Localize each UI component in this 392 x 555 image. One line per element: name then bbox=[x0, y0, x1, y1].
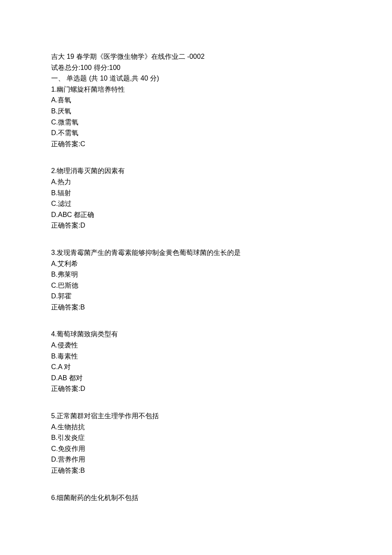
question-option: B.辐射 bbox=[51, 188, 341, 199]
score-line: 试卷总分:100 得分:100 bbox=[51, 62, 341, 73]
question-block: 4.葡萄球菌致病类型有 A.侵袭性 B.毒素性 C.A 对 D.AB 都对 正确… bbox=[51, 329, 341, 394]
question-stem: 1.幽门螺旋杆菌培养特性 bbox=[51, 84, 341, 95]
question-block: 6.细菌耐药的生化机制不包括 bbox=[51, 492, 341, 503]
question-option: D.ABC 都正确 bbox=[51, 209, 341, 220]
question-stem: 2.物理消毒灭菌的因素有 bbox=[51, 165, 341, 176]
question-answer: 正确答案:C bbox=[51, 139, 341, 150]
question-answer: 正确答案:B bbox=[51, 302, 341, 313]
question-block: 3.发现青霉菌产生的青霉素能够抑制金黄色葡萄球菌的生长的是 A.艾利希 B.弗莱… bbox=[51, 247, 341, 313]
question-answer: 正确答案:B bbox=[51, 465, 341, 476]
question-option: A.生物拮抗 bbox=[51, 422, 341, 433]
question-option: C.免疫作用 bbox=[51, 443, 341, 454]
question-option: A.喜氧 bbox=[51, 95, 341, 106]
question-option: B.厌氧 bbox=[51, 106, 341, 117]
question-stem: 5.正常菌群对宿主生理学作用不包括 bbox=[51, 410, 341, 422]
question-option: A.侵袭性 bbox=[51, 340, 341, 351]
question-stem: 6.细菌耐药的生化机制不包括 bbox=[51, 492, 341, 503]
exam-title: 吉大 19 春学期《医学微生物学》在线作业二 -0002 bbox=[51, 51, 341, 62]
question-option: B.毒素性 bbox=[51, 351, 341, 362]
question-option: B.引发炎症 bbox=[51, 432, 341, 443]
question-answer: 正确答案:D bbox=[51, 220, 341, 231]
question-option: D.不需氧 bbox=[51, 127, 341, 139]
question-option: D.营养作用 bbox=[51, 454, 341, 465]
question-block: 2.物理消毒灭菌的因素有 A.热力 B.辐射 C.滤过 D.ABC 都正确 正确… bbox=[51, 165, 341, 231]
question-option: A.艾利希 bbox=[51, 258, 341, 269]
question-option: C.巴斯德 bbox=[51, 280, 341, 291]
question-answer: 正确答案:D bbox=[51, 383, 341, 394]
question-option: D.郭霍 bbox=[51, 291, 341, 302]
question-option: C.滤过 bbox=[51, 198, 341, 209]
question-option: B.弗莱明 bbox=[51, 269, 341, 280]
question-option: A.热力 bbox=[51, 176, 341, 188]
header-block: 吉大 19 春学期《医学微生物学》在线作业二 -0002 试卷总分:100 得分… bbox=[51, 51, 341, 149]
document-page: 吉大 19 春学期《医学微生物学》在线作业二 -0002 试卷总分:100 得分… bbox=[0, 0, 392, 555]
section-title: 一、 单选题 (共 10 道试题,共 40 分) bbox=[51, 73, 341, 84]
question-option: D.AB 都对 bbox=[51, 373, 341, 384]
question-stem: 3.发现青霉菌产生的青霉素能够抑制金黄色葡萄球菌的生长的是 bbox=[51, 247, 341, 258]
question-stem: 4.葡萄球菌致病类型有 bbox=[51, 329, 341, 340]
question-option: C.A 对 bbox=[51, 361, 341, 373]
question-option: C.微需氧 bbox=[51, 117, 341, 128]
question-block: 5.正常菌群对宿主生理学作用不包括 A.生物拮抗 B.引发炎症 C.免疫作用 D… bbox=[51, 410, 341, 476]
